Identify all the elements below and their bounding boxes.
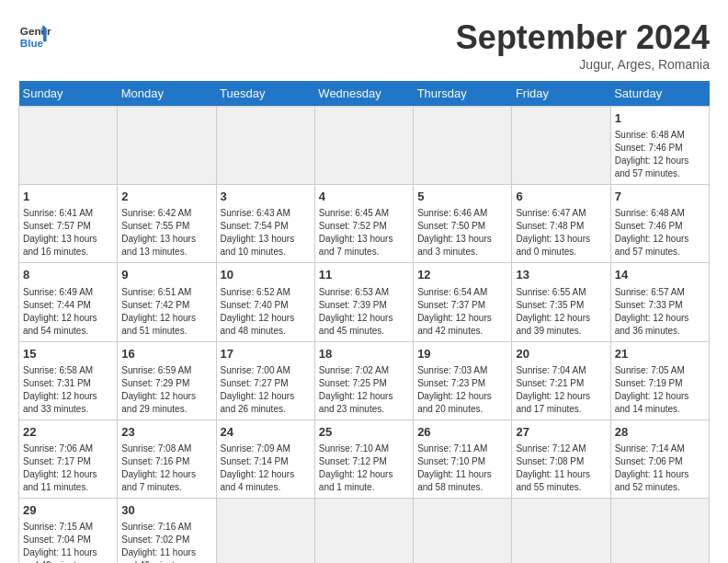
day-info: Sunrise: 7:16 AM Sunset: 7:02 PM Dayligh… [121, 521, 211, 563]
logo-icon: General Blue [18, 18, 51, 52]
day-number: 6 [516, 189, 606, 205]
day-cell: 1Sunrise: 6:41 AM Sunset: 7:57 PM Daylig… [19, 185, 118, 263]
day-info: Sunrise: 7:14 AM Sunset: 7:06 PM Dayligh… [615, 442, 705, 494]
day-info: Sunrise: 7:09 AM Sunset: 7:14 PM Dayligh… [221, 442, 311, 494]
header-cell-friday: Friday [512, 81, 610, 107]
day-cell: 8Sunrise: 6:49 AM Sunset: 7:44 PM Daylig… [19, 263, 118, 341]
day-cell: 3Sunrise: 6:43 AM Sunset: 7:54 PM Daylig… [216, 185, 314, 263]
day-info: Sunrise: 6:58 AM Sunset: 7:31 PM Dayligh… [23, 364, 113, 416]
day-cell: 22Sunrise: 7:06 AM Sunset: 7:17 PM Dayli… [19, 419, 118, 498]
calendar-title: September 2024 [456, 18, 710, 57]
day-number: 4 [319, 189, 409, 205]
header-cell-tuesday: Tuesday [216, 81, 314, 107]
day-number: 5 [417, 189, 507, 205]
day-cell: 29Sunrise: 7:15 AM Sunset: 7:04 PM Dayli… [19, 498, 118, 563]
day-cell: 25Sunrise: 7:10 AM Sunset: 7:12 PM Dayli… [314, 419, 413, 498]
day-info: Sunrise: 6:53 AM Sunset: 7:39 PM Dayligh… [319, 286, 409, 338]
day-info: Sunrise: 6:48 AM Sunset: 7:46 PM Dayligh… [615, 129, 705, 180]
calendar-subtitle: Jugur, Arges, Romania [456, 57, 710, 72]
day-info: Sunrise: 6:52 AM Sunset: 7:40 PM Dayligh… [221, 286, 311, 338]
day-info: Sunrise: 6:59 AM Sunset: 7:29 PM Dayligh… [121, 364, 211, 416]
day-number: 27 [516, 424, 606, 441]
day-number: 3 [221, 189, 311, 205]
day-cell [512, 107, 610, 185]
day-info: Sunrise: 7:11 AM Sunset: 7:10 PM Dayligh… [417, 442, 507, 494]
calendar-body: 1Sunrise: 6:48 AM Sunset: 7:46 PM Daylig… [19, 107, 710, 564]
day-cell: 26Sunrise: 7:11 AM Sunset: 7:10 PM Dayli… [414, 419, 512, 498]
day-cell: 13Sunrise: 6:55 AM Sunset: 7:35 PM Dayli… [512, 263, 610, 341]
day-cell [414, 107, 512, 185]
day-info: Sunrise: 6:57 AM Sunset: 7:33 PM Dayligh… [615, 286, 705, 338]
header-cell-wednesday: Wednesday [314, 81, 413, 107]
day-cell [118, 107, 216, 185]
day-number: 22 [23, 424, 113, 441]
day-info: Sunrise: 6:49 AM Sunset: 7:44 PM Dayligh… [23, 286, 113, 338]
day-info: Sunrise: 7:08 AM Sunset: 7:16 PM Dayligh… [121, 442, 211, 494]
day-number: 2 [121, 189, 211, 205]
day-cell: 2Sunrise: 6:42 AM Sunset: 7:55 PM Daylig… [118, 185, 216, 263]
day-number: 16 [121, 346, 211, 362]
day-info: Sunrise: 6:43 AM Sunset: 7:54 PM Dayligh… [221, 207, 311, 259]
day-cell: 28Sunrise: 7:14 AM Sunset: 7:06 PM Dayli… [610, 419, 709, 498]
day-number: 21 [615, 346, 705, 362]
calendar-header-row: SundayMondayTuesdayWednesdayThursdayFrid… [19, 81, 710, 107]
day-number: 14 [615, 267, 705, 283]
day-info: Sunrise: 7:10 AM Sunset: 7:12 PM Dayligh… [319, 442, 409, 494]
day-number: 11 [319, 267, 409, 283]
day-cell: 18Sunrise: 7:02 AM Sunset: 7:25 PM Dayli… [314, 341, 413, 419]
day-cell: 23Sunrise: 7:08 AM Sunset: 7:16 PM Dayli… [118, 419, 216, 498]
logo: General Blue [18, 18, 51, 52]
day-number: 20 [516, 346, 606, 362]
day-cell [19, 107, 118, 185]
day-number: 9 [121, 267, 211, 283]
day-cell: 4Sunrise: 6:45 AM Sunset: 7:52 PM Daylig… [314, 185, 413, 263]
day-info: Sunrise: 7:00 AM Sunset: 7:27 PM Dayligh… [221, 364, 311, 416]
day-cell [314, 107, 413, 185]
day-number: 26 [417, 424, 507, 441]
day-cell: 1Sunrise: 6:48 AM Sunset: 7:46 PM Daylig… [610, 107, 709, 185]
week-row-1: 1Sunrise: 6:41 AM Sunset: 7:57 PM Daylig… [19, 185, 710, 263]
day-number: 24 [221, 424, 311, 441]
day-number: 28 [615, 424, 705, 441]
day-cell [414, 498, 512, 563]
header: General Blue September 2024 Jugur, Arges… [18, 18, 710, 72]
day-info: Sunrise: 7:04 AM Sunset: 7:21 PM Dayligh… [516, 364, 606, 416]
day-number: 23 [121, 424, 211, 441]
day-info: Sunrise: 6:41 AM Sunset: 7:57 PM Dayligh… [23, 207, 113, 259]
day-cell: 20Sunrise: 7:04 AM Sunset: 7:21 PM Dayli… [512, 341, 610, 419]
day-number: 15 [23, 346, 113, 362]
day-info: Sunrise: 6:47 AM Sunset: 7:48 PM Dayligh… [516, 207, 606, 259]
day-info: Sunrise: 6:48 AM Sunset: 7:46 PM Dayligh… [615, 207, 705, 259]
day-cell: 19Sunrise: 7:03 AM Sunset: 7:23 PM Dayli… [414, 341, 512, 419]
svg-text:Blue: Blue [20, 37, 44, 49]
calendar-table: SundayMondayTuesdayWednesdayThursdayFrid… [18, 81, 710, 563]
day-cell: 24Sunrise: 7:09 AM Sunset: 7:14 PM Dayli… [216, 419, 314, 498]
day-cell: 12Sunrise: 6:54 AM Sunset: 7:37 PM Dayli… [414, 263, 512, 341]
day-cell [314, 498, 413, 563]
day-info: Sunrise: 6:54 AM Sunset: 7:37 PM Dayligh… [417, 286, 507, 338]
header-cell-saturday: Saturday [610, 81, 709, 107]
day-number: 29 [23, 502, 113, 519]
day-cell: 30Sunrise: 7:16 AM Sunset: 7:02 PM Dayli… [118, 498, 216, 563]
title-block: September 2024 Jugur, Arges, Romania [456, 18, 710, 72]
header-cell-sunday: Sunday [19, 81, 118, 107]
day-cell: 16Sunrise: 6:59 AM Sunset: 7:29 PM Dayli… [118, 341, 216, 419]
day-cell: 17Sunrise: 7:00 AM Sunset: 7:27 PM Dayli… [216, 341, 314, 419]
day-number: 13 [516, 267, 606, 283]
week-row-4: 22Sunrise: 7:06 AM Sunset: 7:17 PM Dayli… [19, 419, 710, 498]
day-number: 8 [23, 267, 113, 283]
day-number: 1 [615, 110, 705, 127]
day-info: Sunrise: 7:03 AM Sunset: 7:23 PM Dayligh… [417, 364, 507, 416]
day-number: 1 [23, 189, 113, 205]
header-cell-thursday: Thursday [414, 81, 512, 107]
day-info: Sunrise: 7:06 AM Sunset: 7:17 PM Dayligh… [23, 442, 113, 494]
week-row-5: 29Sunrise: 7:15 AM Sunset: 7:04 PM Dayli… [19, 498, 710, 563]
day-number: 12 [417, 267, 507, 283]
day-info: Sunrise: 6:55 AM Sunset: 7:35 PM Dayligh… [516, 286, 606, 338]
day-cell: 6Sunrise: 6:47 AM Sunset: 7:48 PM Daylig… [512, 185, 610, 263]
day-info: Sunrise: 6:51 AM Sunset: 7:42 PM Dayligh… [121, 286, 211, 338]
day-number: 10 [221, 267, 311, 283]
week-row-0: 1Sunrise: 6:48 AM Sunset: 7:46 PM Daylig… [19, 107, 710, 185]
header-cell-monday: Monday [118, 81, 216, 107]
day-cell: 21Sunrise: 7:05 AM Sunset: 7:19 PM Dayli… [610, 341, 709, 419]
